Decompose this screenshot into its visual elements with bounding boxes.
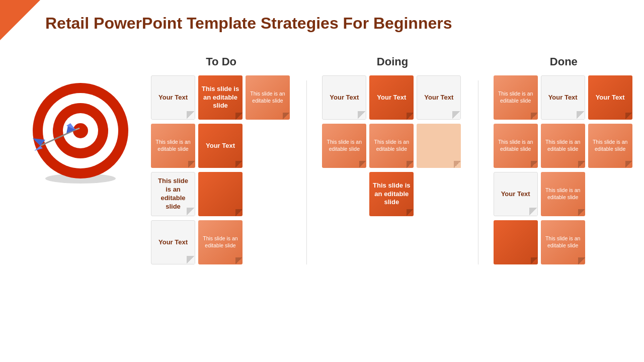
card: This slide is an editable slide <box>151 124 195 168</box>
card: This slide is an editable slide <box>369 172 414 216</box>
card: Your Text <box>494 172 538 216</box>
card: Your Text <box>541 75 585 120</box>
card-row-doing-1: This slide is an editable slideThis slid… <box>322 124 462 168</box>
card-row-doing-0: Your TextYour TextYour Text <box>322 75 462 120</box>
col-body-done: This slide is an editable slideYour Text… <box>494 75 634 264</box>
kanban-col-done: DoneThis slide is an editable slideYour … <box>494 55 634 264</box>
col-header-doing: Doing <box>377 55 408 68</box>
col-header-done: Done <box>550 55 578 68</box>
card: This slide is an editable slide <box>322 124 366 168</box>
card: Your Text <box>151 75 195 120</box>
card: Your Text <box>151 220 195 264</box>
col-header-todo: To Do <box>206 55 236 68</box>
card-row-todo-2: This slide is an editable slide <box>151 172 291 216</box>
card <box>417 124 461 168</box>
card: This slide is an editable slide <box>151 172 195 216</box>
kanban-col-todo: To DoYour TextThis slide is an editable … <box>151 55 291 264</box>
column-separator <box>306 80 307 264</box>
card-row-done-3: This slide is an editable slide <box>494 220 634 264</box>
page-title: Retail PowerPoint Template Strategies Fo… <box>45 14 452 33</box>
kanban-col-doing: DoingYour TextYour TextYour TextThis sli… <box>322 55 462 264</box>
card <box>494 220 538 264</box>
card-row-done-1: This slide is an editable slideThis slid… <box>494 124 634 168</box>
card: This slide is an editable slide <box>494 124 538 168</box>
card: This slide is an editable slide <box>588 124 632 168</box>
card-row-done-2: Your TextThis slide is an editable slide <box>494 172 634 216</box>
card: This slide is an editable slide <box>541 172 585 216</box>
card: Your Text <box>417 75 461 120</box>
card: This slide is an editable slide <box>541 124 585 168</box>
card: Your Text <box>198 124 243 168</box>
card-row-todo-0: Your TextThis slide is an editable slide… <box>151 75 291 120</box>
card-row-done-0: This slide is an editable slideYour Text… <box>494 75 634 120</box>
corner-decoration <box>0 0 40 40</box>
col-body-doing: Your TextYour TextYour TextThis slide is… <box>322 75 462 216</box>
target-icon-area <box>10 55 151 186</box>
card: This slide is an editable slide <box>198 75 243 120</box>
column-separator <box>478 80 478 264</box>
col-body-todo: Your TextThis slide is an editable slide… <box>151 75 291 264</box>
card-row-todo-3: Your TextThis slide is an editable slide <box>151 220 291 264</box>
card: This slide is an editable slide <box>541 220 585 264</box>
svg-point-5 <box>73 123 88 138</box>
card: This slide is an editable slide <box>246 75 290 120</box>
kanban-board: To DoYour TextThis slide is an editable … <box>151 55 634 264</box>
card: This slide is an editable slide <box>494 75 538 120</box>
card: Your Text <box>588 75 632 120</box>
card <box>198 172 243 216</box>
card: This slide is an editable slide <box>198 220 243 264</box>
card: This slide is an editable slide <box>369 124 414 168</box>
card-row-todo-1: This slide is an editable slideYour Text <box>151 124 291 168</box>
card-row-doing-2: This slide is an editable slide <box>322 172 462 216</box>
card: Your Text <box>369 75 414 120</box>
target-icon <box>25 75 136 186</box>
main-content: To DoYour TextThis slide is an editable … <box>0 55 644 264</box>
card: Your Text <box>322 75 366 120</box>
